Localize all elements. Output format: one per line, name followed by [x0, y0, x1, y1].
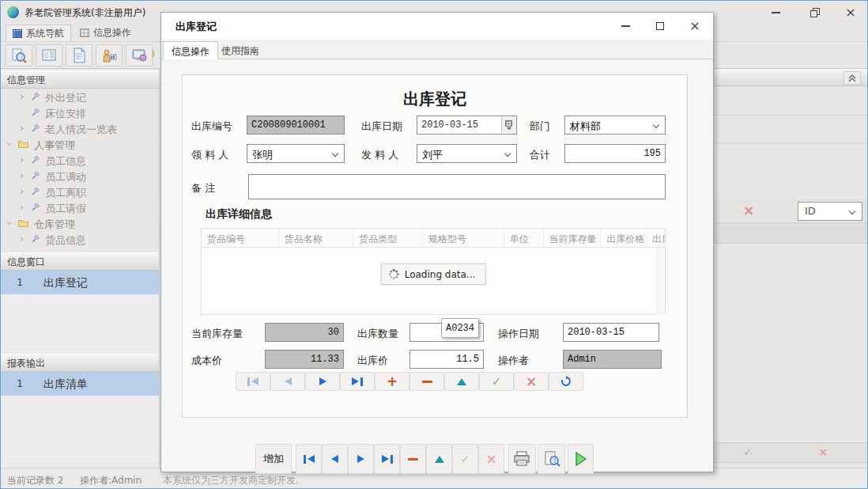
nav-post-button[interactable]: ✓ [479, 372, 514, 391]
detail-view-button[interactable] [36, 44, 62, 66]
detail-grid[interactable]: 货品编号 货品名称 货品类型 规格型号 单位 当前库存量 出库价格 出库 Loa… [201, 228, 666, 315]
qty-label: 出库数量 [357, 327, 398, 341]
toolbar-next-button[interactable] [348, 444, 374, 474]
opdate-input[interactable] [563, 323, 659, 342]
cancel-icon[interactable]: × [795, 445, 851, 461]
tree-folder-hr-management[interactable]: › 人事管理 [1, 137, 159, 153]
toolbar-edit-button[interactable] [426, 444, 452, 474]
run-button[interactable] [568, 444, 594, 474]
dept-value: 材料部 [570, 120, 601, 132]
nav-cancel-button[interactable]: × [514, 372, 549, 391]
staff-button[interactable] [96, 44, 123, 66]
tree-item-goods-info[interactable]: › 货品信息 [1, 232, 159, 248]
list-item-outbound-list[interactable]: 1 出库清单 [1, 372, 159, 396]
monitor-button[interactable] [126, 44, 153, 66]
col-goods-type[interactable]: 货品类型 [353, 229, 423, 248]
operator-field: Admin [563, 350, 662, 369]
tree-item-bed-arrangement[interactable]: 床位安排 [1, 105, 159, 121]
tree-item-label: 货品信息 [45, 233, 86, 248]
nav-last-button[interactable] [340, 372, 375, 391]
nav-delete-button[interactable] [409, 372, 444, 391]
toolbar-first-button[interactable] [296, 444, 322, 474]
cost-field: 11.33 [265, 350, 344, 369]
nav-refresh-button[interactable] [549, 372, 583, 391]
chevron-right-icon: › [20, 202, 24, 213]
nav-edit-button[interactable] [444, 372, 479, 391]
col-outbound-qty[interactable]: 出库 [647, 229, 665, 248]
remark-input[interactable] [248, 174, 666, 199]
detail-section-title: 出库详细信息 [206, 207, 272, 222]
confirm-icon[interactable]: ✓ [720, 445, 776, 461]
dept-dropdown[interactable]: 材料部 [564, 116, 666, 135]
search-button[interactable] [6, 44, 32, 66]
print-preview-button[interactable] [538, 444, 565, 474]
id-field-dropdown[interactable]: ID [798, 202, 862, 221]
tree-item-employee-info[interactable]: › 员工信息 [1, 153, 159, 169]
col-unit[interactable]: 单位 [504, 229, 544, 248]
date-picker-button[interactable] [501, 117, 515, 133]
printer-icon [513, 451, 532, 467]
toolbar-post-button[interactable]: ✓ [452, 444, 478, 474]
nav-next-button[interactable] [305, 372, 340, 391]
nav-insert-button[interactable]: + [375, 372, 409, 391]
stock-field: 30 [265, 323, 344, 342]
dialog-bottom-toolbar: 增加 ✓ × [161, 444, 713, 474]
dialog-titlebar: 出库登记 × [161, 13, 713, 40]
dialog-minimize-button[interactable] [613, 17, 637, 35]
print-button[interactable] [508, 444, 536, 474]
tree-item-elder-overview[interactable]: › 老人情况一览表 [1, 121, 159, 137]
document-button[interactable] [66, 44, 92, 66]
minimize-button[interactable] [762, 4, 789, 21]
add-button[interactable]: 增加 [255, 444, 292, 474]
nav-prior-button[interactable] [270, 372, 305, 391]
col-goods-code[interactable]: 货品编号 [202, 229, 279, 248]
col-goods-name[interactable]: 货品名称 [279, 229, 354, 248]
dialog-close-button[interactable]: × [683, 17, 707, 35]
collapse-panel-button[interactable] [843, 71, 861, 85]
toolbar-last-button[interactable] [374, 444, 400, 474]
dialog-maximize-button[interactable] [648, 17, 672, 35]
tree-item-employee-transfer[interactable]: › 员工调动 [1, 169, 159, 184]
section-report-output[interactable]: 报表输出 [1, 354, 159, 372]
restore-button[interactable] [802, 4, 828, 21]
issuer-dropdown[interactable]: 刘平 [417, 144, 517, 163]
calendar-icon [505, 120, 512, 127]
tree-folder-warehouse-management[interactable]: › 仓库管理 [1, 216, 159, 232]
section-info-windows[interactable]: 信息窗口 [1, 252, 159, 271]
total-field[interactable]: 195 [564, 144, 666, 163]
tab-info-operation[interactable]: 信息操作 [163, 41, 218, 59]
tab-system-nav[interactable]: 系统导航 [6, 25, 71, 41]
section-info-management[interactable]: 信息管理 [1, 70, 159, 89]
maximize-icon [656, 22, 664, 30]
tab-user-guide[interactable]: 使用指南 [213, 41, 267, 59]
prior-icon [285, 377, 292, 385]
operator-status: 操作者:Admin [80, 474, 142, 487]
dialog-title: 出库登记 [175, 20, 217, 34]
clear-filter-icon[interactable]: × [738, 200, 759, 221]
tab-info-operation[interactable]: 信息操作 [74, 25, 138, 41]
price-input[interactable] [409, 350, 484, 369]
total-label: 合计 [530, 148, 550, 162]
tree-item-label: 外出登记 [45, 91, 86, 105]
x-icon: × [526, 376, 537, 388]
toolbar-delete-button[interactable] [400, 444, 426, 474]
date-value: 2010-03-15 [421, 119, 478, 131]
receiver-dropdown[interactable]: 张明 [247, 144, 345, 163]
tree-item-employee-resign[interactable]: › 员工离职 [1, 184, 159, 200]
folder-icon [18, 139, 28, 150]
col-outbound-price[interactable]: 出库价格 [601, 229, 647, 248]
grid-scrollbar[interactable] [657, 248, 665, 315]
nav-first-button[interactable] [236, 372, 270, 391]
tree-item-employee-leave[interactable]: › 员工请假 [1, 200, 159, 216]
tree-item-outing-register[interactable]: › 外出登记 [1, 89, 159, 105]
col-current-stock[interactable]: 当前库存量 [544, 229, 602, 248]
toolbar-prior-button[interactable] [322, 444, 348, 474]
chevron-down-icon [504, 150, 511, 157]
caret-down-icon [507, 127, 511, 130]
toolbar-cancel-button[interactable]: × [478, 444, 504, 474]
close-button[interactable]: × [837, 4, 864, 21]
document-icon [71, 47, 87, 63]
date-field[interactable]: 2010-03-15 [417, 116, 517, 135]
list-item-outbound-register[interactable]: 1 出库登记 [1, 271, 159, 294]
col-spec-model[interactable]: 规格型号 [423, 229, 504, 248]
